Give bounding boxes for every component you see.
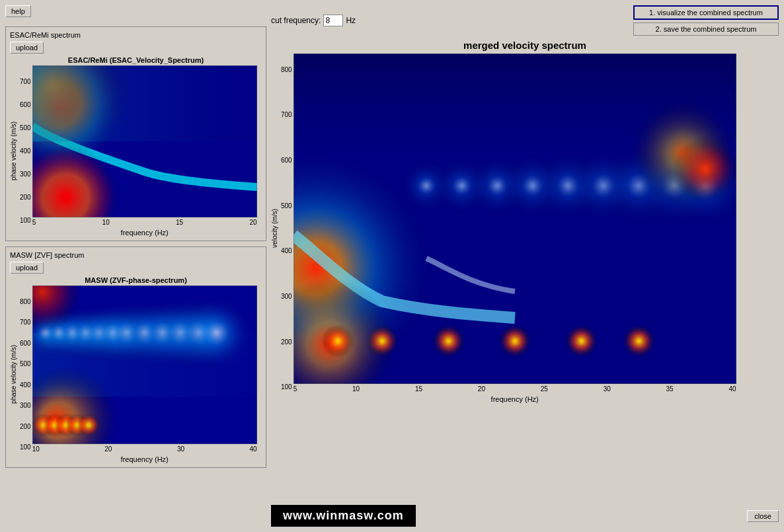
merged-chart-canvas (294, 54, 736, 384)
merged-title: merged velocity spectrum (271, 40, 779, 51)
merged-chart-col: 5 10 15 20 25 30 35 40 frequency (Hz) (294, 54, 736, 403)
esac-x-ticks: 5 10 15 20 (32, 217, 257, 227)
esac-upload-button[interactable]: upload (10, 42, 44, 54)
help-button[interactable]: help (5, 5, 31, 17)
esac-spectrum-box: ESAC/ReMi spectrum upload ESAC/ReMi (ESA… (5, 26, 266, 241)
save-button[interactable]: 2. save the combined spectrum (633, 22, 779, 36)
esac-chart-canvas (32, 65, 257, 217)
masw-chart-col: 10 20 30 40 frequency (Hz) (32, 285, 257, 463)
cut-freq-input[interactable] (323, 15, 343, 26)
masw-chart-title: MASW (ZVF-phase-spectrum) (10, 276, 262, 284)
esac-y-label: phase velocity (m/s) (10, 122, 17, 180)
esac-x-label: frequency (Hz) (32, 229, 257, 237)
merged-y-ticks: 800 700 600 500 400 300 200 100 (281, 63, 292, 394)
cut-freq-unit: Hz (346, 16, 356, 25)
close-button[interactable]: close (747, 510, 779, 522)
merged-chart-container: merged velocity spectrum velocity (m/s) … (271, 40, 779, 403)
visualize-button[interactable]: 1. visualize the combined spectrum (633, 5, 779, 20)
right-top-bar: cut frequency: Hz 1. visualize the combi… (271, 5, 779, 36)
merged-chart-with-axes: velocity (m/s) 800 700 600 500 400 300 2… (271, 54, 779, 403)
cut-freq-label: cut frequency: (271, 16, 321, 25)
esac-chart-with-axes: phase velocity (m/s) 700 600 500 400 300… (10, 65, 262, 237)
masw-upload-button[interactable]: upload (10, 262, 44, 274)
masw-y-label: phase velocity (m/s) (10, 345, 17, 404)
merged-x-label: frequency (Hz) (294, 395, 736, 403)
footer-bar: www.winmasw.com close (271, 505, 779, 527)
masw-x-label: frequency (Hz) (32, 455, 257, 463)
left-panel: ESAC/ReMi spectrum upload ESAC/ReMi (ESA… (5, 26, 266, 527)
masw-title: MASW [ZVF] spectrum (10, 251, 262, 259)
masw-chart-canvas (32, 285, 257, 444)
esac-y-ticks: 700 600 500 400 300 200 100 (20, 75, 31, 227)
cut-frequency-area: cut frequency: Hz (271, 15, 356, 26)
merged-y-label: velocity (m/s) (271, 209, 278, 248)
esac-chart-title: ESAC/ReMi (ESAC_Velocity_Spectrum) (10, 56, 262, 64)
merged-x-ticks: 5 10 15 20 25 30 35 40 (294, 384, 736, 394)
action-buttons: 1. visualize the combined spectrum 2. sa… (633, 5, 779, 36)
masw-spectrum-box: MASW [ZVF] spectrum upload MASW (ZVF-pha… (5, 247, 266, 468)
masw-chart-with-axes: phase velocity (m/s) 800 700 600 500 400… (10, 285, 262, 463)
esac-title: ESAC/ReMi spectrum (10, 31, 262, 39)
watermark: www.winmasw.com (271, 505, 416, 527)
masw-x-ticks: 10 20 30 40 (32, 444, 257, 454)
right-panel: cut frequency: Hz 1. visualize the combi… (271, 5, 779, 527)
esac-chart-col: 5 10 15 20 frequency (Hz) (32, 65, 257, 237)
masw-y-ticks: 800 700 600 500 400 300 200 100 (20, 295, 31, 454)
